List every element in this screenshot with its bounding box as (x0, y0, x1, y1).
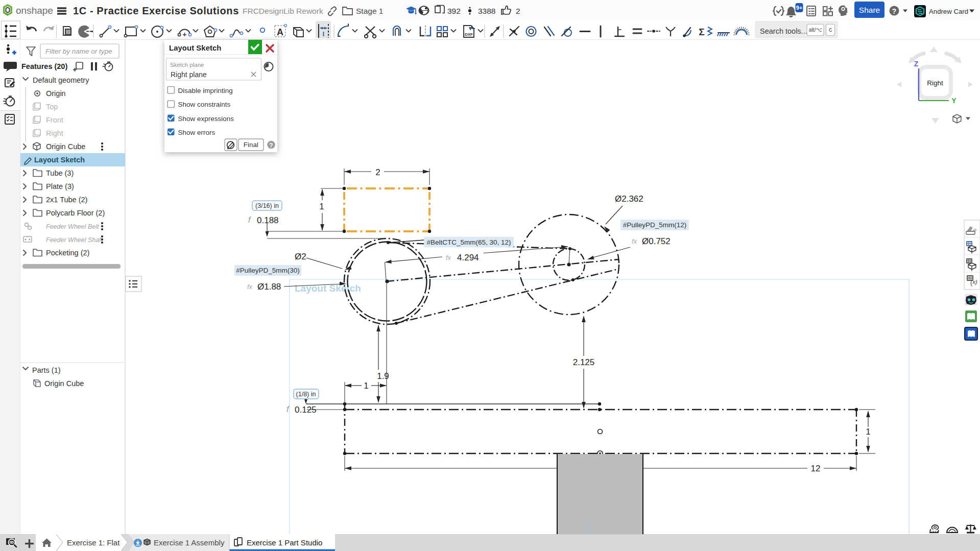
svg-text:Ø2: Ø2 (295, 252, 306, 261)
svg-text:FRCDesignLib Rework: FRCDesignLib Rework (243, 7, 323, 15)
svg-text:Ø2.362: Ø2.362 (615, 194, 643, 204)
svg-text:Show expressions: Show expressions (178, 115, 234, 123)
svg-text:Feeder Wheel Shaft: Feeder Wheel Shaft (46, 236, 103, 244)
svg-text:Tube (3): Tube (3) (46, 169, 74, 177)
svg-text:2x1 Tube (2): 2x1 Tube (2) (46, 196, 87, 204)
svg-text:DXF: DXF (465, 32, 473, 37)
svg-text:c: c (829, 26, 832, 33)
svg-text:Polycarb Floor (2): Polycarb Floor (2) (46, 209, 105, 217)
svg-text:Z: Z (914, 60, 919, 68)
svg-text:Disable imprinting: Disable imprinting (178, 87, 233, 94)
svg-text:fx: fx (446, 254, 451, 261)
svg-text:3388: 3388 (478, 7, 495, 15)
svg-text:0.188: 0.188 (257, 215, 279, 225)
svg-text:?: ? (269, 142, 273, 149)
svg-text:#PulleyPD_5mm(12): #PulleyPD_5mm(12) (623, 221, 687, 229)
svg-text:Stage 1: Stage 1 (356, 7, 383, 15)
svg-text:Filter by name or type: Filter by name or type (45, 47, 112, 55)
svg-text:fx: fx (632, 237, 637, 245)
svg-text:Origin Cube: Origin Cube (46, 142, 85, 151)
svg-text:Search tools...: Search tools... (760, 27, 807, 35)
svg-text:Exercise 1: Flat: Exercise 1: Flat (67, 538, 120, 547)
svg-text:Front: Front (46, 116, 63, 124)
svg-text:Right plane: Right plane (171, 70, 207, 79)
svg-text:Show constraints: Show constraints (178, 101, 231, 108)
svg-text:Parts (1): Parts (1) (32, 366, 61, 374)
svg-text:Sketch plane: Sketch plane (170, 62, 204, 68)
svg-text:Top: Top (46, 103, 58, 111)
svg-text:#PulleyPD_5mm(30): #PulleyPD_5mm(30) (236, 267, 300, 274)
svg-text:4.294: 4.294 (457, 253, 479, 262)
svg-text:Right: Right (927, 79, 943, 87)
svg-text:(3/16) in: (3/16) in (255, 202, 279, 209)
svg-text:Default geometry: Default geometry (33, 76, 89, 84)
svg-text:Exercise 1 Part Studio: Exercise 1 Part Studio (247, 538, 322, 547)
svg-text:onshape: onshape (16, 5, 53, 16)
svg-text:A: A (277, 27, 283, 37)
svg-text:1: 1 (319, 202, 324, 211)
svg-text:alt/⌥: alt/⌥ (808, 27, 822, 33)
svg-text:Final: Final (244, 141, 258, 149)
svg-text:Right: Right (46, 129, 63, 137)
svg-text:1C - Practice Exercise Solutio: 1C - Practice Exercise Solutions (73, 5, 239, 16)
svg-text:?: ? (892, 7, 897, 15)
svg-text:Andrew Card: Andrew Card (929, 8, 968, 15)
svg-text:2: 2 (516, 7, 520, 15)
svg-text:Show errors: Show errors (178, 129, 216, 136)
svg-text:~: ~ (27, 235, 29, 239)
svg-text:Share: Share (859, 6, 880, 14)
svg-text:Exercise 1 Assembly: Exercise 1 Assembly (154, 538, 225, 547)
svg-text:Σ: Σ (699, 27, 704, 37)
svg-text:Ø0.752: Ø0.752 (642, 236, 671, 246)
svg-text:f: f (248, 215, 251, 224)
svg-text:Plate (3): Plate (3) (46, 182, 74, 190)
svg-text:Pocketing (2): Pocketing (2) (46, 249, 89, 257)
svg-text:···: ··· (969, 294, 973, 297)
svg-text:Feeder Wheel Belt: Feeder Wheel Belt (46, 223, 99, 230)
svg-text:#BeltCTC_5mm(65, 30, 12): #BeltCTC_5mm(65, 30, 12) (426, 238, 511, 246)
svg-text:Origin: Origin (46, 89, 66, 98)
svg-text:x): x) (972, 279, 977, 285)
svg-text:Y: Y (951, 97, 957, 105)
svg-text:Origin Cube: Origin Cube (44, 379, 84, 388)
svg-text:Layout Sketch: Layout Sketch (169, 43, 222, 52)
svg-text:(: ( (970, 279, 972, 286)
svg-text:2: 2 (375, 167, 380, 177)
svg-text:392: 392 (447, 7, 461, 15)
svg-text:Features (20): Features (20) (21, 62, 67, 70)
svg-text:Layout Sketch: Layout Sketch (34, 156, 85, 164)
svg-text:9+: 9+ (796, 5, 803, 11)
